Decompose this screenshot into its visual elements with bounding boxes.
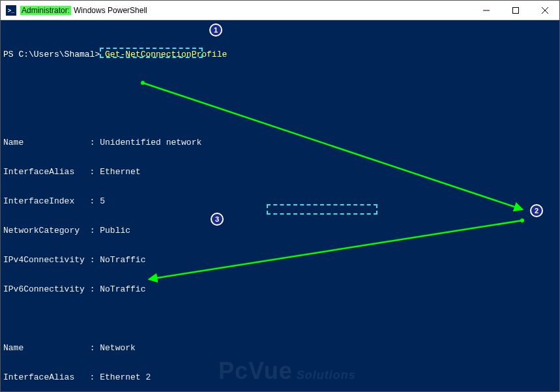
svg-rect-1	[512, 7, 518, 13]
annotation-badge-3: 3	[211, 213, 224, 226]
highlight-box-2	[267, 204, 377, 215]
annotation-badge-1: 1	[209, 23, 222, 37]
val: Public	[100, 226, 130, 235]
admin-prefix: Administrator:	[20, 6, 71, 15]
val: Ethernet	[100, 167, 140, 177]
val: Ethernet 2	[100, 372, 151, 382]
annotation-badge-2: 2	[530, 204, 543, 217]
lbl-index: InterfaceIndex	[3, 196, 74, 206]
maximize-button[interactable]	[501, 1, 530, 20]
lbl-v4: IPv4Connectivity	[3, 255, 85, 265]
val: Unidentified network	[100, 138, 201, 147]
window-titlebar: >_ Administrator: Windows PowerShell	[1, 1, 559, 20]
svg-point-8	[520, 219, 524, 222]
lbl-v6: IPv6Connectivity	[3, 284, 85, 294]
cmd-get-1: Get-NetConnectionProfile	[105, 50, 227, 59]
val: Network	[100, 343, 136, 353]
powershell-icon: >_	[6, 5, 16, 16]
val: NoTraffic	[100, 255, 145, 265]
terminal-area[interactable]: PS C:\Users\Shamal> Get-NetConnectionPro…	[1, 20, 559, 392]
val: 5	[100, 196, 105, 206]
lbl-alias: InterfaceAlias	[3, 167, 74, 177]
window-title: Windows PowerShell	[74, 6, 147, 15]
prompt: PS C:\Users\Shamal>	[3, 50, 100, 59]
val: NoTraffic	[100, 284, 145, 294]
annotation-arrows	[1, 20, 559, 392]
minimize-button[interactable]	[471, 1, 501, 20]
lbl-cat: NetworkCategory	[3, 226, 80, 235]
lbl-name: Name	[3, 138, 23, 147]
close-button[interactable]	[530, 1, 559, 20]
